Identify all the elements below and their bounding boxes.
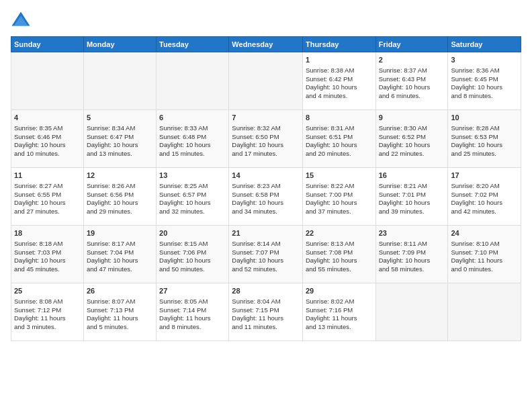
day-content: Daylight: 10 hours — [14, 141, 81, 150]
day-content: and 32 minutes. — [159, 208, 226, 216]
day-number: 6 — [159, 113, 226, 123]
day-content: Sunset: 7:06 PM — [159, 248, 226, 257]
day-content: Daylight: 10 hours — [159, 199, 226, 208]
day-content: Daylight: 10 hours — [306, 141, 373, 150]
col-header-wednesday: Wednesday — [229, 37, 303, 52]
day-content: Sunrise: 8:14 AM — [232, 240, 300, 248]
day-content: and 5 minutes. — [87, 323, 153, 332]
calendar-header-row: SundayMondayTuesdayWednesdayThursdayFrid… — [11, 37, 521, 52]
day-content: Sunset: 7:01 PM — [379, 191, 445, 199]
day-content: Sunrise: 8:38 AM — [306, 66, 373, 75]
day-number: 11 — [14, 171, 81, 181]
day-number: 19 — [87, 228, 153, 238]
day-content: Sunset: 6:58 PM — [232, 191, 300, 199]
day-content: and 50 minutes. — [159, 265, 226, 274]
day-content: Sunrise: 8:34 AM — [87, 124, 153, 133]
day-content: Sunrise: 8:21 AM — [379, 182, 445, 191]
day-content: Daylight: 11 hours — [159, 314, 226, 323]
day-content: and 55 minutes. — [306, 265, 373, 274]
day-number: 21 — [232, 228, 300, 238]
day-content: Daylight: 10 hours — [379, 199, 445, 208]
day-content: and 29 minutes. — [87, 208, 153, 216]
day-number: 20 — [159, 228, 226, 238]
day-content: Sunset: 7:04 PM — [87, 248, 153, 257]
day-content: Sunset: 7:02 PM — [451, 191, 518, 199]
calendar-cell: 28Sunrise: 8:04 AMSunset: 7:15 PMDayligh… — [229, 283, 303, 341]
header — [11, 8, 521, 31]
calendar-week-0: 1Sunrise: 8:38 AMSunset: 6:42 PMDaylight… — [11, 52, 521, 110]
day-content: Sunrise: 8:35 AM — [14, 124, 81, 133]
calendar-cell: 14Sunrise: 8:23 AMSunset: 6:58 PMDayligh… — [229, 168, 303, 226]
day-content: and 0 minutes. — [451, 265, 518, 274]
day-number: 7 — [232, 113, 300, 123]
day-content: and 39 minutes. — [379, 208, 445, 216]
day-content: Sunrise: 8:02 AM — [306, 298, 373, 306]
day-number: 1 — [306, 55, 373, 65]
day-content: Sunrise: 8:33 AM — [159, 124, 226, 133]
day-content: Sunset: 6:51 PM — [306, 133, 373, 142]
day-number: 3 — [451, 55, 518, 65]
logo — [11, 11, 34, 31]
calendar-week-2: 11Sunrise: 8:27 AMSunset: 6:55 PMDayligh… — [11, 168, 521, 226]
day-content: Sunset: 7:10 PM — [451, 248, 518, 257]
day-content: and 52 minutes. — [232, 265, 300, 274]
calendar-cell: 16Sunrise: 8:21 AMSunset: 7:01 PMDayligh… — [375, 168, 448, 226]
day-content: Sunrise: 8:37 AM — [379, 66, 445, 75]
day-content: and 37 minutes. — [306, 208, 373, 216]
calendar-cell: 17Sunrise: 8:20 AMSunset: 7:02 PMDayligh… — [448, 168, 521, 226]
calendar-cell: 9Sunrise: 8:30 AMSunset: 6:52 PMDaylight… — [375, 110, 448, 168]
day-content: Sunrise: 8:25 AM — [159, 182, 226, 191]
day-content: Daylight: 11 hours — [87, 314, 153, 323]
day-content: Sunrise: 8:31 AM — [306, 124, 373, 133]
day-number: 16 — [379, 171, 445, 181]
day-number: 29 — [306, 286, 373, 296]
day-number: 24 — [451, 228, 518, 238]
day-content: Sunset: 7:14 PM — [159, 306, 226, 315]
day-content: Sunset: 6:45 PM — [451, 75, 518, 84]
day-content: Sunset: 6:52 PM — [379, 133, 445, 142]
day-content: Sunrise: 8:23 AM — [232, 182, 300, 191]
day-content: and 25 minutes. — [451, 150, 518, 158]
day-content: Sunset: 6:46 PM — [14, 133, 81, 142]
day-content: Sunrise: 8:07 AM — [87, 298, 153, 306]
day-content: Sunrise: 8:22 AM — [306, 182, 373, 191]
day-content: Sunset: 6:57 PM — [159, 191, 226, 199]
calendar-cell: 11Sunrise: 8:27 AMSunset: 6:55 PMDayligh… — [11, 168, 84, 226]
calendar-cell — [375, 283, 448, 341]
day-content: and 58 minutes. — [379, 265, 445, 274]
day-number: 26 — [87, 286, 153, 296]
day-content: Sunset: 7:09 PM — [379, 248, 445, 257]
calendar-cell: 26Sunrise: 8:07 AMSunset: 7:13 PMDayligh… — [83, 283, 156, 341]
col-header-tuesday: Tuesday — [157, 37, 229, 52]
day-content: Daylight: 11 hours — [232, 314, 300, 323]
day-number: 17 — [451, 171, 518, 181]
calendar-cell: 21Sunrise: 8:14 AMSunset: 7:07 PMDayligh… — [229, 226, 303, 283]
day-content: Daylight: 10 hours — [451, 199, 518, 208]
day-content: and 20 minutes. — [306, 150, 373, 158]
day-content: Sunset: 6:55 PM — [14, 191, 81, 199]
calendar-cell — [11, 52, 84, 110]
calendar-cell — [229, 52, 303, 110]
day-content: Sunset: 7:13 PM — [87, 306, 153, 315]
calendar-cell: 2Sunrise: 8:37 AMSunset: 6:43 PMDaylight… — [375, 52, 448, 110]
day-number: 28 — [232, 286, 300, 296]
day-number: 15 — [306, 171, 373, 181]
day-number: 8 — [306, 113, 373, 123]
day-content: Daylight: 10 hours — [232, 199, 300, 208]
day-number: 10 — [451, 113, 518, 123]
day-number: 23 — [379, 228, 445, 238]
day-content: Sunrise: 8:20 AM — [451, 182, 518, 191]
day-content: Sunrise: 8:05 AM — [159, 298, 226, 306]
day-content: and 8 minutes. — [451, 92, 518, 101]
day-number: 2 — [379, 55, 445, 65]
day-content: Daylight: 10 hours — [451, 83, 518, 92]
col-header-monday: Monday — [83, 37, 156, 52]
day-content: Daylight: 10 hours — [232, 141, 300, 150]
day-content: Sunrise: 8:04 AM — [232, 298, 300, 306]
day-content: Sunset: 7:03 PM — [14, 248, 81, 257]
day-number: 25 — [14, 286, 81, 296]
day-content: Sunrise: 8:28 AM — [451, 124, 518, 133]
calendar-cell: 29Sunrise: 8:02 AMSunset: 7:16 PMDayligh… — [302, 283, 375, 341]
page-container: SundayMondayTuesdayWednesdayThursdayFrid… — [0, 0, 532, 349]
day-content: and 13 minutes. — [87, 150, 153, 158]
